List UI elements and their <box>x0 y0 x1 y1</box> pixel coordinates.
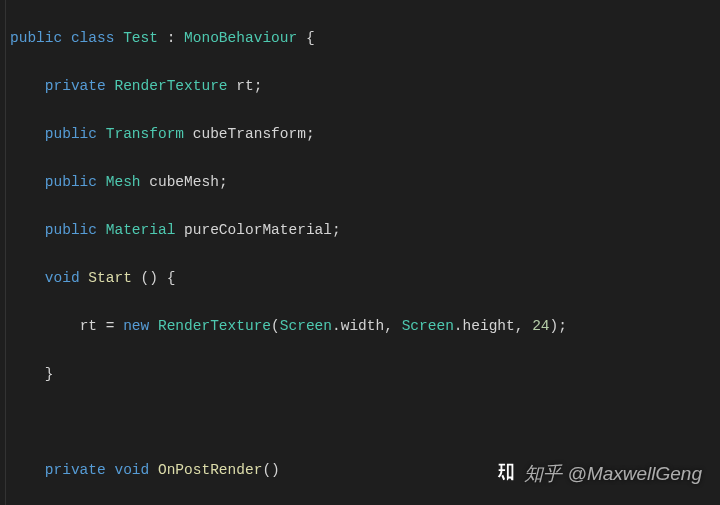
editor-gutter <box>0 0 6 505</box>
code-line: rt = new RenderTexture(Screen.width, Scr… <box>10 314 720 338</box>
code-line <box>10 410 720 434</box>
code-line: private RenderTexture rt; <box>10 74 720 98</box>
code-line: } <box>10 362 720 386</box>
keyword: public <box>10 30 62 46</box>
code-line: private void OnPostRender() <box>10 458 720 482</box>
code-line: public Transform cubeTransform; <box>10 122 720 146</box>
code-editor[interactable]: public class Test : MonoBehaviour { priv… <box>0 0 720 505</box>
code-line: void Start () { <box>10 266 720 290</box>
code-line: public class Test : MonoBehaviour { <box>10 26 720 50</box>
code-line: public Mesh cubeMesh; <box>10 170 720 194</box>
code-line: public Material pureColorMaterial; <box>10 218 720 242</box>
